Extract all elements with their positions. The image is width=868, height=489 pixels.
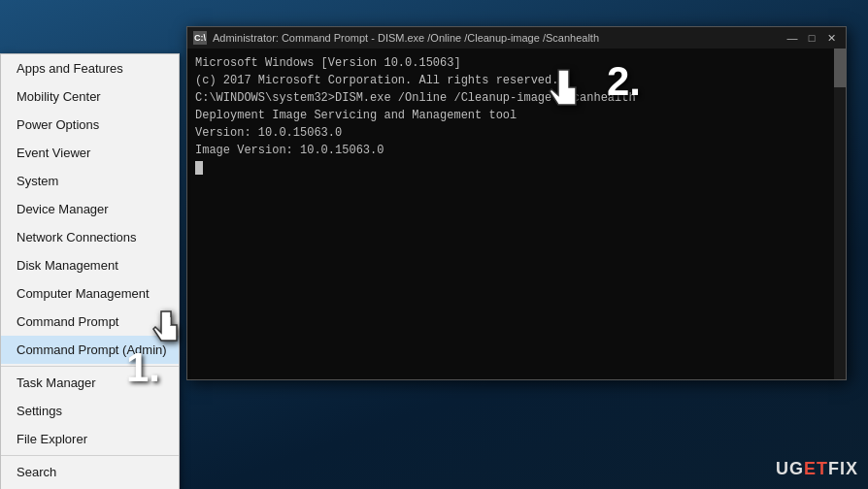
minimize-button[interactable]: — [784,31,801,45]
cmd-line-6: Version: 10.0.15063.0 [195,124,838,142]
menu-item-power-options[interactable]: Power Options [1,111,179,139]
cmd-body: Microsoft Windows [Version 10.0.15063](c… [187,49,846,379]
watermark-et: ET [804,459,828,478]
watermark-fix: FIX [828,459,858,478]
menu-item-network-connections[interactable]: Network Connections [1,223,179,251]
hand-cursor-2 [539,66,592,128]
cmd-line-1: (c) 2017 Microsoft Corporation. All righ… [195,72,838,89]
hand-cursor-1 [144,306,192,363]
cmd-line-0: Microsoft Windows [Version 10.0.15063] [195,54,838,72]
cmd-line-8: Image Version: 10.0.15063.0 [195,142,838,159]
cmd-line-3: C:\WINDOWS\system32>DISM.exe /Online /Cl… [195,89,838,107]
menu-item-file-explorer[interactable]: File Explorer [1,425,179,453]
watermark-ug: UG [776,459,804,478]
scrollbar-thumb[interactable] [834,49,846,87]
watermark: UGETFIX [776,459,858,479]
cmd-window: C:\ Administrator: Command Prompt - DISM… [186,26,847,380]
menu-divider [1,455,179,456]
step-2-label: 2. [607,58,641,105]
scrollbar[interactable] [834,49,846,379]
desktop: Apps and FeaturesMobility CenterPower Op… [0,0,868,489]
menu-item-disk-management[interactable]: Disk Management [1,251,179,279]
menu-item-system[interactable]: System [1,167,179,195]
cmd-titlebar: C:\ Administrator: Command Prompt - DISM… [187,27,846,49]
titlebar-controls: — □ ✕ [784,31,840,45]
maximize-button[interactable]: □ [803,31,820,45]
close-button[interactable]: ✕ [822,31,840,45]
cmd-line-5: Deployment Image Servicing and Managemen… [195,107,838,124]
menu-item-computer-management[interactable]: Computer Management [1,279,179,308]
cmd-title-text: Administrator: Command Prompt - DISM.exe… [213,32,784,44]
context-menu: Apps and FeaturesMobility CenterPower Op… [0,53,180,489]
menu-item-apps-and-features[interactable]: Apps and Features [1,54,179,82]
cmd-cursor-line [195,159,838,177]
cmd-icon: C:\ [193,31,207,45]
menu-item-device-manager[interactable]: Device Manager [1,195,179,223]
menu-item-search[interactable]: Search [1,458,179,486]
cmd-cursor [195,161,203,175]
menu-item-event-viewer[interactable]: Event Viewer [1,139,179,167]
menu-item-settings[interactable]: Settings [1,397,179,425]
menu-item-mobility-center[interactable]: Mobility Center [1,82,179,111]
